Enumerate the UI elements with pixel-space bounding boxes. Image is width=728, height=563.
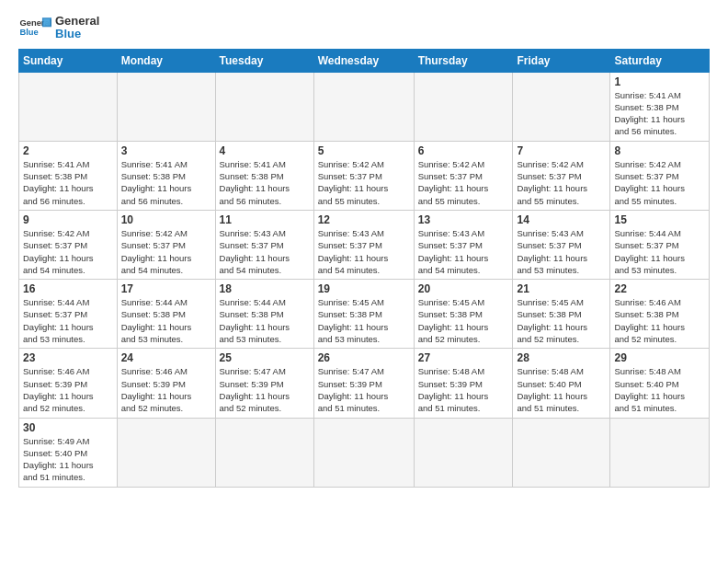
- calendar: SundayMondayTuesdayWednesdayThursdayFrid…: [18, 49, 710, 488]
- day-info: Sunrise: 5:42 AMSunset: 5:37 PMDaylight:…: [121, 227, 211, 276]
- calendar-cell: 20Sunrise: 5:45 AMSunset: 5:38 PMDayligh…: [414, 280, 513, 349]
- day-number: 29: [614, 351, 705, 364]
- sunrise-text: Sunrise: 5:48 AM: [614, 366, 680, 376]
- daylight-hours-text: Daylight: 11 hours: [121, 322, 192, 332]
- sunset-text: Sunset: 5:38 PM: [121, 171, 186, 181]
- daylight-hours-text: Daylight: 11 hours: [23, 460, 94, 470]
- day-number: 12: [318, 213, 410, 226]
- day-number: 19: [318, 282, 410, 295]
- calendar-cell: 10Sunrise: 5:42 AMSunset: 5:37 PMDayligh…: [117, 210, 215, 279]
- daylight-hours-text: Daylight: 11 hours: [418, 253, 489, 263]
- sunrise-text: Sunrise: 5:47 AM: [220, 366, 286, 376]
- daylight-minutes-text: and 56 minutes.: [23, 196, 85, 206]
- daylight-hours-text: Daylight: 11 hours: [318, 391, 389, 401]
- day-info: Sunrise: 5:45 AMSunset: 5:38 PMDaylight:…: [318, 296, 410, 345]
- day-number: 24: [121, 351, 211, 364]
- day-info: Sunrise: 5:44 AMSunset: 5:38 PMDaylight:…: [121, 296, 211, 345]
- day-number: 13: [418, 213, 509, 226]
- sunset-text: Sunset: 5:38 PM: [418, 309, 483, 319]
- sunrise-text: Sunrise: 5:45 AM: [318, 297, 384, 307]
- sunrise-text: Sunrise: 5:46 AM: [23, 366, 89, 376]
- day-number: 1: [614, 75, 705, 88]
- daylight-minutes-text: and 51 minutes.: [418, 403, 481, 413]
- day-number: 5: [318, 144, 410, 157]
- sunset-text: Sunset: 5:37 PM: [23, 309, 87, 319]
- calendar-cell: 24Sunrise: 5:46 AMSunset: 5:39 PMDayligh…: [117, 349, 215, 418]
- day-info: Sunrise: 5:47 AMSunset: 5:39 PMDaylight:…: [318, 365, 410, 414]
- sunset-text: Sunset: 5:38 PM: [220, 309, 284, 319]
- sunrise-text: Sunrise: 5:44 AM: [614, 228, 680, 238]
- sunrise-text: Sunrise: 5:45 AM: [517, 297, 583, 307]
- day-number: 23: [23, 351, 113, 364]
- sunset-text: Sunset: 5:38 PM: [517, 309, 581, 319]
- daylight-hours-text: Daylight: 11 hours: [614, 183, 685, 193]
- calendar-cell: 1Sunrise: 5:41 AMSunset: 5:38 PMDaylight…: [610, 72, 710, 141]
- calendar-cell: 8Sunrise: 5:42 AMSunset: 5:37 PMDaylight…: [610, 141, 710, 210]
- calendar-cell: [117, 72, 215, 141]
- day-info: Sunrise: 5:41 AMSunset: 5:38 PMDaylight:…: [220, 158, 310, 207]
- day-info: Sunrise: 5:41 AMSunset: 5:38 PMDaylight:…: [121, 158, 211, 207]
- day-info: Sunrise: 5:42 AMSunset: 5:37 PMDaylight:…: [517, 158, 606, 207]
- week-row-4: 16Sunrise: 5:44 AMSunset: 5:37 PMDayligh…: [19, 280, 710, 349]
- sunset-text: Sunset: 5:37 PM: [318, 171, 382, 181]
- day-number: 3: [121, 144, 211, 157]
- daylight-hours-text: Daylight: 11 hours: [121, 183, 192, 193]
- sunset-text: Sunset: 5:40 PM: [614, 379, 678, 389]
- daylight-hours-text: Daylight: 11 hours: [614, 322, 685, 332]
- daylight-hours-text: Daylight: 11 hours: [121, 391, 192, 401]
- sunrise-text: Sunrise: 5:42 AM: [121, 228, 188, 238]
- calendar-cell: 13Sunrise: 5:43 AMSunset: 5:37 PMDayligh…: [414, 210, 513, 279]
- day-number: 18: [220, 282, 310, 295]
- calendar-cell: 25Sunrise: 5:47 AMSunset: 5:39 PMDayligh…: [215, 349, 313, 418]
- daylight-minutes-text: and 51 minutes.: [318, 403, 381, 413]
- daylight-minutes-text: and 53 minutes.: [318, 334, 381, 344]
- daylight-minutes-text: and 51 minutes.: [23, 472, 85, 482]
- daylight-hours-text: Daylight: 11 hours: [318, 253, 389, 263]
- daylight-minutes-text: and 52 minutes.: [614, 334, 677, 344]
- daylight-minutes-text: and 51 minutes.: [614, 403, 677, 413]
- calendar-cell: 17Sunrise: 5:44 AMSunset: 5:38 PMDayligh…: [117, 280, 215, 349]
- day-info: Sunrise: 5:46 AMSunset: 5:39 PMDaylight:…: [23, 365, 113, 414]
- daylight-minutes-text: and 56 minutes.: [220, 196, 282, 206]
- sunrise-text: Sunrise: 5:44 AM: [220, 297, 286, 307]
- daylight-minutes-text: and 54 minutes.: [220, 265, 282, 275]
- daylight-hours-text: Daylight: 11 hours: [517, 253, 587, 263]
- daylight-minutes-text: and 54 minutes.: [318, 265, 381, 275]
- daylight-hours-text: Daylight: 11 hours: [23, 183, 94, 193]
- day-info: Sunrise: 5:43 AMSunset: 5:37 PMDaylight:…: [517, 227, 606, 276]
- week-row-2: 2Sunrise: 5:41 AMSunset: 5:38 PMDaylight…: [19, 141, 710, 210]
- sunrise-text: Sunrise: 5:45 AM: [418, 297, 484, 307]
- sunrise-text: Sunrise: 5:42 AM: [318, 159, 384, 169]
- sunrise-text: Sunrise: 5:42 AM: [614, 159, 680, 169]
- day-info: Sunrise: 5:44 AMSunset: 5:37 PMDaylight:…: [614, 227, 705, 276]
- weekday-header-saturday: Saturday: [610, 49, 710, 72]
- daylight-minutes-text: and 53 minutes.: [220, 334, 282, 344]
- calendar-cell: 23Sunrise: 5:46 AMSunset: 5:39 PMDayligh…: [19, 349, 118, 418]
- sunrise-text: Sunrise: 5:46 AM: [121, 366, 188, 376]
- logo: General Blue General Blue: [18, 15, 99, 41]
- calendar-cell: [215, 418, 313, 487]
- sunrise-text: Sunrise: 5:44 AM: [121, 297, 188, 307]
- day-number: 10: [121, 213, 211, 226]
- daylight-minutes-text: and 52 minutes.: [220, 403, 282, 413]
- calendar-cell: 4Sunrise: 5:41 AMSunset: 5:38 PMDaylight…: [215, 141, 313, 210]
- sunrise-text: Sunrise: 5:48 AM: [418, 366, 484, 376]
- day-number: 27: [418, 351, 509, 364]
- daylight-hours-text: Daylight: 11 hours: [318, 183, 389, 193]
- daylight-hours-text: Daylight: 11 hours: [517, 183, 587, 193]
- sunrise-text: Sunrise: 5:47 AM: [318, 366, 384, 376]
- day-info: Sunrise: 5:44 AMSunset: 5:37 PMDaylight:…: [23, 296, 113, 345]
- logo-icon: General Blue: [18, 15, 51, 40]
- day-number: 8: [614, 144, 705, 157]
- calendar-cell: 3Sunrise: 5:41 AMSunset: 5:38 PMDaylight…: [117, 141, 215, 210]
- day-info: Sunrise: 5:42 AMSunset: 5:37 PMDaylight:…: [23, 227, 113, 276]
- day-info: Sunrise: 5:43 AMSunset: 5:37 PMDaylight:…: [418, 227, 509, 276]
- sunset-text: Sunset: 5:37 PM: [614, 171, 678, 181]
- sunset-text: Sunset: 5:38 PM: [220, 171, 284, 181]
- sunset-text: Sunset: 5:39 PM: [418, 379, 483, 389]
- daylight-minutes-text: and 54 minutes.: [418, 265, 481, 275]
- daylight-hours-text: Daylight: 11 hours: [220, 322, 290, 332]
- daylight-hours-text: Daylight: 11 hours: [220, 183, 290, 193]
- daylight-minutes-text: and 52 minutes.: [23, 403, 85, 413]
- sunset-text: Sunset: 5:37 PM: [517, 171, 581, 181]
